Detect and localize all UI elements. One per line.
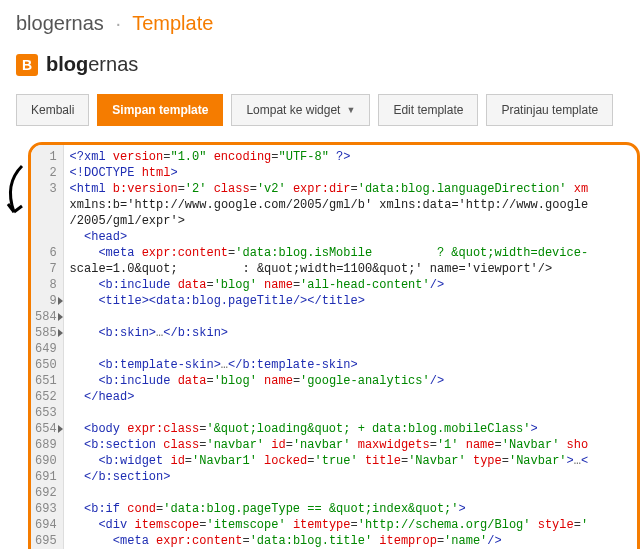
brand-row: B blogernas [0, 47, 644, 86]
preview-template-button[interactable]: Pratinjau template [486, 94, 613, 126]
breadcrumb-main[interactable]: blogernas [16, 12, 104, 34]
code-editor[interactable]: 1236789584585649650651652653654689690691… [31, 145, 637, 549]
brand-text: blogernas [46, 53, 138, 76]
brand-light: ernas [88, 53, 138, 75]
breadcrumb-current: Template [132, 12, 213, 34]
jump-widget-label: Lompat ke widget [246, 103, 340, 117]
annotation-arrow-icon [0, 164, 28, 224]
blogger-icon: B [16, 54, 38, 76]
caret-down-icon: ▼ [346, 105, 355, 115]
toolbar: Kembali Simpan template Lompat ke widget… [0, 86, 644, 142]
back-button[interactable]: Kembali [16, 94, 89, 126]
edit-template-button[interactable]: Edit template [378, 94, 478, 126]
line-gutter: 1236789584585649650651652653654689690691… [31, 145, 64, 549]
highlight-border: 1236789584585649650651652653654689690691… [28, 142, 640, 549]
jump-widget-button[interactable]: Lompat ke widget ▼ [231, 94, 370, 126]
save-template-button[interactable]: Simpan template [97, 94, 223, 126]
code-lines[interactable]: <?xml version="1.0" encoding="UTF-8" ?><… [64, 145, 637, 549]
brand-bold: blog [46, 53, 88, 75]
editor-area: 1236789584585649650651652653654689690691… [28, 142, 640, 549]
breadcrumb-sep: · [109, 12, 127, 34]
breadcrumb: blogernas · Template [0, 0, 644, 47]
